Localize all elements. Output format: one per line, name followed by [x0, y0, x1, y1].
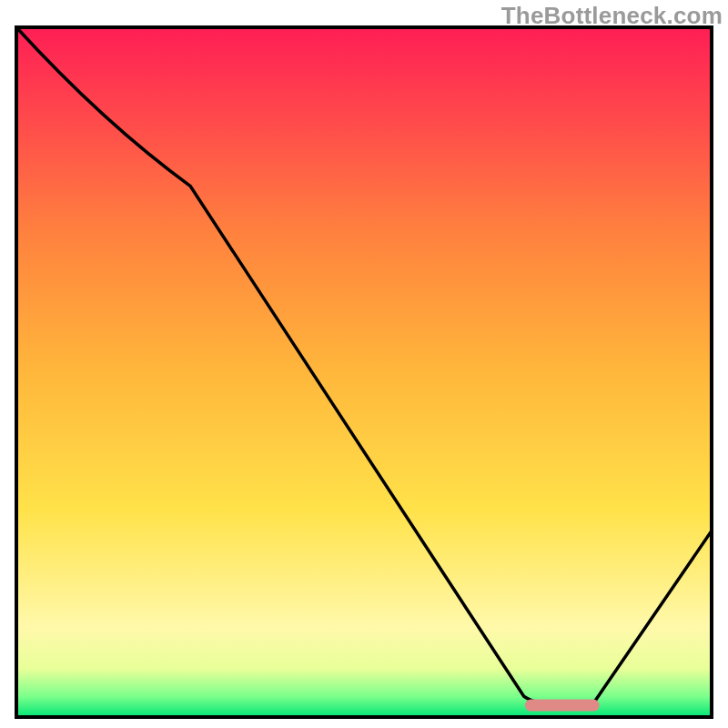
bottleneck-chart: TheBottleneck.com [0, 0, 728, 728]
watermark-text: TheBottleneck.com [501, 2, 723, 30]
chart-svg [0, 0, 728, 728]
